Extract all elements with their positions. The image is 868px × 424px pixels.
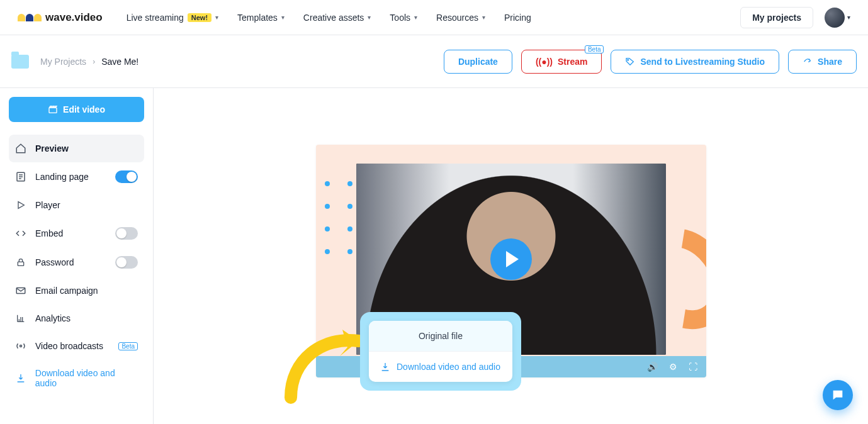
sidebar-item-embed[interactable]: Embed	[9, 219, 144, 248]
sidebar-item-email-campaign[interactable]: Email campaign	[9, 277, 144, 304]
mail-icon	[15, 285, 26, 296]
badge-new: New!	[188, 13, 211, 22]
nav-item-live-streaming[interactable]: Live streaming New! ▾	[127, 13, 218, 23]
sidebar-item-download[interactable]: Download video and audio	[9, 360, 144, 396]
share-button[interactable]: Share	[788, 50, 857, 74]
breadcrumb: My Projects › Save Me!	[40, 57, 138, 67]
volume-icon[interactable]: 🔊	[647, 362, 658, 372]
nav-item-creative-assets[interactable]: Creative assets ▾	[303, 13, 371, 23]
chevron-down-icon: ▾	[482, 14, 485, 21]
logo-mark-icon	[18, 14, 42, 21]
chevron-right-icon: ›	[93, 57, 95, 66]
download-callout: Original file Download video and audio	[360, 312, 521, 391]
chevron-down-icon: ▾	[414, 14, 417, 21]
broadcast-icon: ((●))	[536, 57, 553, 67]
callout-original-file[interactable]: Original file	[369, 321, 512, 351]
stream-button[interactable]: ((●)) Stream Beta	[521, 50, 602, 74]
fullscreen-icon[interactable]: ⛶	[689, 362, 697, 372]
chevron-down-icon: ▾	[368, 14, 371, 21]
callout-arrow-icon	[285, 328, 373, 404]
sidebar-item-password[interactable]: Password	[9, 248, 144, 277]
project-actions: Duplicate ((●)) Stream Beta Send to Live…	[444, 50, 857, 74]
chat-icon	[831, 388, 845, 402]
settings-gear-icon[interactable]: ⚙	[669, 362, 677, 372]
lock-icon	[15, 257, 26, 268]
svg-point-5	[20, 345, 22, 347]
sidebar-item-landing-page[interactable]: Landing page	[9, 162, 144, 191]
page-icon	[15, 171, 26, 182]
avatar	[825, 8, 845, 28]
clapper-icon	[48, 104, 58, 114]
content-area: Alexandra Ezhova 🔊 ⚙ ⛶ Original file Dow…	[154, 88, 868, 424]
chat-fab[interactable]	[823, 380, 853, 410]
sidebar: Edit video Preview Landing page Player	[0, 88, 154, 424]
tag-icon	[625, 57, 635, 67]
svg-point-0	[628, 59, 629, 60]
breadcrumb-root[interactable]: My Projects	[40, 57, 86, 67]
password-toggle[interactable]	[115, 256, 138, 269]
code-icon	[15, 228, 26, 239]
nav-item-templates[interactable]: Templates ▾	[237, 13, 285, 23]
my-projects-button[interactable]: My projects	[740, 7, 813, 28]
landing-page-toggle[interactable]	[115, 170, 138, 183]
badge-beta: Beta	[585, 45, 604, 53]
nav-item-resources[interactable]: Resources ▾	[436, 13, 485, 23]
badge-beta: Beta	[118, 342, 138, 350]
nav-item-pricing[interactable]: Pricing	[504, 13, 531, 23]
top-nav: wave.video Live streaming New! ▾ Templat…	[0, 0, 868, 35]
chevron-down-icon: ▾	[847, 14, 850, 21]
chevron-down-icon: ▾	[215, 14, 218, 21]
nav-item-tools[interactable]: Tools ▾	[390, 13, 417, 23]
callout-download-link[interactable]: Download video and audio	[369, 351, 512, 382]
edit-video-button[interactable]: Edit video	[9, 97, 144, 122]
sidebar-item-player[interactable]: Player	[9, 191, 144, 219]
embed-toggle[interactable]	[115, 227, 138, 240]
play-icon	[15, 199, 26, 211]
duplicate-button[interactable]: Duplicate	[444, 50, 512, 74]
send-to-studio-button[interactable]: Send to Livestreaming Studio	[611, 50, 779, 74]
download-icon	[15, 372, 26, 384]
broadcast-icon	[15, 340, 26, 352]
sidebar-item-video-broadcasts[interactable]: Video broadcasts Beta	[9, 332, 144, 360]
logo[interactable]: wave.video	[18, 11, 103, 24]
logo-text: wave.video	[45, 11, 103, 24]
chevron-down-icon: ▾	[281, 14, 285, 21]
svg-rect-1	[49, 108, 57, 113]
sidebar-item-analytics[interactable]: Analytics	[9, 304, 144, 332]
project-subbar: My Projects › Save Me! Duplicate ((●)) S…	[0, 35, 868, 88]
download-icon	[380, 362, 390, 372]
sidebar-item-preview[interactable]: Preview	[9, 135, 144, 162]
account-menu[interactable]: ▾	[825, 8, 850, 28]
breadcrumb-current: Save Me!	[101, 57, 138, 67]
folder-icon	[11, 55, 29, 69]
play-button[interactable]	[490, 238, 532, 280]
share-icon	[803, 57, 813, 67]
nav-items: Live streaming New! ▾ Templates ▾ Creati…	[127, 13, 531, 23]
home-icon	[15, 143, 26, 154]
svg-rect-3	[18, 262, 23, 265]
chart-icon	[15, 313, 26, 324]
